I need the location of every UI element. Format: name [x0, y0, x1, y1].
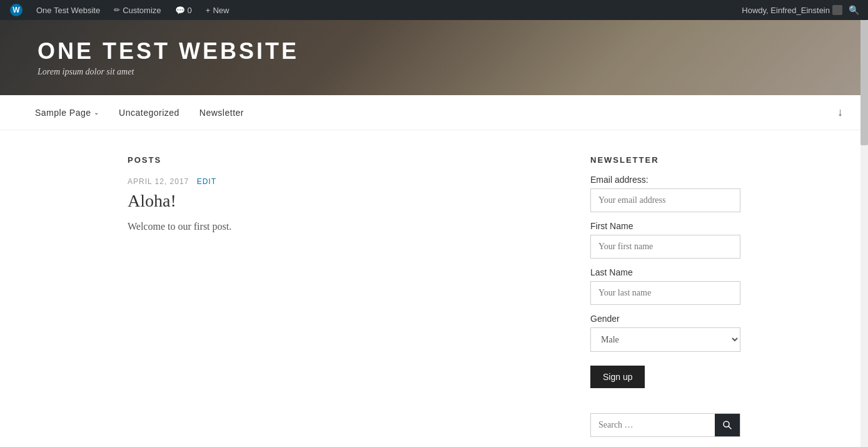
site-tagline: Lorem ipsum dolor sit amet: [38, 67, 868, 77]
nav-right: ↓: [837, 106, 843, 119]
new-label: New: [213, 6, 229, 15]
site-name-button[interactable]: One Test Website: [31, 0, 105, 20]
gender-select[interactable]: Male Female Other: [590, 327, 740, 352]
comments-button[interactable]: 💬 0: [170, 0, 197, 20]
newsletter-widget-title: NEWSLETTER: [590, 155, 740, 165]
comments-icon: 💬: [175, 6, 185, 15]
first-name-input[interactable]: [590, 235, 740, 259]
nav-scroll-down-icon[interactable]: ↓: [837, 106, 843, 119]
last-name-input[interactable]: [590, 281, 740, 305]
customize-label: Customize: [123, 6, 161, 15]
wp-logo-button[interactable]: W: [5, 0, 28, 20]
search-widget: [590, 413, 740, 437]
posts-section: POSTS APRIL 12, 2017 EDIT Aloha! Welcome…: [128, 155, 553, 437]
site-name-label: One Test Website: [36, 6, 100, 15]
post-date: APRIL 12, 2017: [128, 177, 189, 186]
hero-content: ONE TEST WEBSITE Lorem ipsum dolor sit a…: [38, 38, 868, 77]
adminbar-search-icon[interactable]: 🔍: [845, 5, 863, 15]
comments-count: 0: [188, 6, 192, 15]
post-title-link[interactable]: Aloha!: [128, 191, 176, 210]
email-label: Email address:: [590, 175, 740, 185]
adminbar-left: W One Test Website ✏ Customize 💬 0 + New: [5, 0, 742, 20]
nav-item-newsletter[interactable]: Newsletter: [189, 95, 254, 130]
gender-label: Gender: [590, 314, 740, 324]
nav-label-uncategorized: Uncategorized: [119, 108, 179, 118]
first-name-label: First Name: [590, 221, 740, 231]
gender-form-group: Gender Male Female Other: [590, 314, 740, 352]
hero-section: ONE TEST WEBSITE Lorem ipsum dolor sit a…: [0, 20, 868, 95]
post-excerpt: Welcome to our first post.: [128, 218, 553, 235]
sidebar: NEWSLETTER Email address: First Name Las…: [590, 155, 740, 437]
new-icon: +: [206, 6, 211, 15]
customize-button[interactable]: ✏ Customize: [109, 0, 166, 20]
site-title: ONE TEST WEBSITE: [38, 38, 868, 64]
main-container: POSTS APRIL 12, 2017 EDIT Aloha! Welcome…: [103, 130, 765, 447]
post-meta: APRIL 12, 2017 EDIT: [128, 177, 553, 186]
post-edit-link[interactable]: EDIT: [197, 177, 216, 186]
nav-item-uncategorized[interactable]: Uncategorized: [109, 95, 189, 130]
last-name-form-group: Last Name: [590, 267, 740, 305]
nav-label-newsletter: Newsletter: [199, 108, 244, 118]
wp-logo-icon: W: [10, 4, 23, 16]
nav-item-sample-page[interactable]: Sample Page ⌄: [25, 95, 109, 130]
search-form: [590, 413, 740, 437]
nav-label-sample-page: Sample Page: [35, 108, 91, 118]
main-nav: Sample Page ⌄ Uncategorized Newsletter ↓: [0, 95, 868, 130]
search-input[interactable]: [591, 414, 715, 436]
svg-line-1: [729, 426, 731, 429]
admin-bar: W One Test Website ✏ Customize 💬 0 + New…: [0, 0, 868, 20]
email-input[interactable]: [590, 188, 740, 212]
search-button[interactable]: [715, 414, 740, 436]
adminbar-right: Howdy, Einfred_Einstein 🔍: [742, 5, 863, 15]
post-title[interactable]: Aloha!: [128, 191, 553, 211]
email-form-group: Email address:: [590, 175, 740, 212]
search-icon: [722, 420, 732, 430]
signup-button[interactable]: Sign up: [590, 366, 645, 388]
first-name-form-group: First Name: [590, 221, 740, 259]
customize-icon: ✏: [114, 6, 120, 14]
howdy-text: Howdy, Einfred_Einstein: [742, 6, 830, 15]
chevron-down-icon: ⌄: [94, 109, 99, 116]
new-button[interactable]: + New: [201, 0, 235, 20]
newsletter-widget: NEWSLETTER Email address: First Name Las…: [590, 155, 740, 388]
posts-section-title: POSTS: [128, 155, 553, 165]
nav-items: Sample Page ⌄ Uncategorized Newsletter: [25, 95, 837, 130]
admin-avatar[interactable]: [832, 5, 842, 15]
scrollbar-track: [860, 20, 868, 447]
last-name-label: Last Name: [590, 267, 740, 277]
